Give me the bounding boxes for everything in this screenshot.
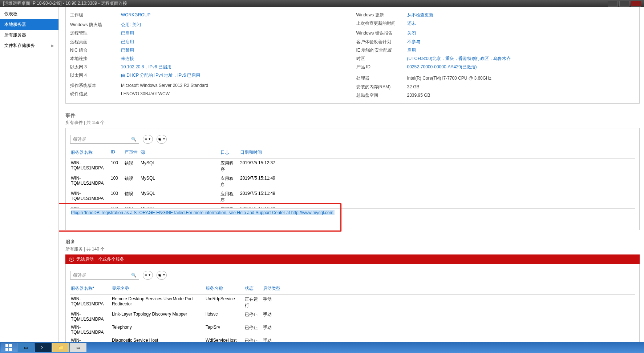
col-server-name[interactable]: 服务器名称 bbox=[70, 148, 110, 157]
table-cell: 100 bbox=[110, 159, 124, 174]
sidebar-item-local-server[interactable]: 本地服务器 bbox=[0, 19, 58, 30]
property-value: 2339.95 GB bbox=[407, 92, 430, 99]
property-value[interactable]: 10.102.20.8，IPv6 已启用 bbox=[121, 64, 171, 71]
events-subtitle: 所有事件 | 共 156 个 bbox=[65, 120, 640, 128]
table-cell: 正在运行 bbox=[244, 295, 262, 310]
property-label: 本地连接 bbox=[70, 55, 121, 62]
table-cell: WIN-TQMU1S1MDPA bbox=[70, 174, 110, 189]
col-server-name[interactable]: 服务器名称▴ bbox=[70, 284, 111, 293]
maximize-button[interactable] bbox=[619, 1, 629, 7]
property-value[interactable]: 启用 bbox=[407, 47, 416, 54]
property-label: 操作系统版本 bbox=[70, 82, 121, 89]
property-row: 远程管理已启用 bbox=[70, 29, 349, 37]
table-row[interactable]: WIN-TQMU1S1MDPA100错误MySQL应用程序2019/7/5 15… bbox=[70, 159, 635, 174]
services-table: 服务器名称▴ 显示名称 服务名称 状态 启动类型 WIN-TQMU1S1MDPA… bbox=[70, 282, 635, 342]
property-label: 工作组 bbox=[70, 12, 121, 19]
col-status[interactable]: 状态 bbox=[244, 284, 262, 293]
sidebar-item-dashboard[interactable]: 仪表板 bbox=[0, 9, 58, 19]
services-view-options-button[interactable]: ≡▼ bbox=[143, 271, 153, 280]
property-value[interactable]: 公用: 关闭 bbox=[121, 21, 141, 28]
property-label: 安装的内存(RAM) bbox=[356, 84, 407, 91]
property-value[interactable]: 从不检查更新 bbox=[407, 12, 433, 19]
table-cell: 2019/7/5 15:11:49 bbox=[239, 205, 290, 208]
property-label: 客户体验改善计划 bbox=[356, 39, 407, 45]
property-label: Windows 防火墙 bbox=[70, 21, 121, 28]
services-query-button[interactable]: ◉▼ bbox=[157, 271, 167, 280]
sidebar-item-label: 仪表板 bbox=[4, 11, 17, 17]
table-row[interactable]: WIN-TQMU1S1MDPA100错误MySQL应用程序2019/7/5 15… bbox=[70, 174, 635, 189]
services-table-body: WIN-TQMU1S1MDPARemote Desktop Services U… bbox=[70, 295, 635, 342]
table-cell: Telephony bbox=[111, 323, 205, 336]
services-filter-box[interactable]: 🔍 bbox=[70, 271, 139, 280]
table-cell: WIN-TQMU1S1MDPA bbox=[70, 310, 111, 323]
table-row[interactable]: WIN-TQMU1S1MDPALink-Layer Topology Disco… bbox=[70, 310, 635, 323]
col-display-name[interactable]: 显示名称 bbox=[111, 284, 205, 293]
property-value[interactable]: 已启用 bbox=[121, 30, 134, 37]
table-row[interactable]: WIN-TQMU1S1MDPARemote Desktop Services U… bbox=[70, 295, 635, 310]
property-value[interactable]: 关闭 bbox=[407, 30, 416, 37]
services-table-header[interactable]: 服务器名称▴ 显示名称 服务名称 状态 启动类型 bbox=[70, 282, 635, 295]
table-cell: MySQL bbox=[140, 189, 220, 205]
table-cell: WdiServiceHost bbox=[205, 336, 244, 342]
table-row[interactable]: WIN-TQMU1S1MDPADiagnostic Service HostWd… bbox=[70, 336, 635, 342]
col-datetime[interactable]: 日期和时间 bbox=[239, 148, 290, 157]
property-value[interactable]: WORKGROUP bbox=[121, 12, 150, 19]
col-id[interactable]: ID bbox=[110, 148, 124, 157]
col-source[interactable]: 源 bbox=[140, 148, 220, 157]
search-icon[interactable]: 🔍 bbox=[131, 137, 137, 142]
events-query-button[interactable]: ◉▼ bbox=[157, 135, 167, 144]
sidebar-item-label: 本地服务器 bbox=[4, 21, 26, 28]
col-startup-type[interactable]: 启动类型 bbox=[262, 284, 288, 293]
property-row: IE 增强的安全配置启用 bbox=[356, 46, 635, 55]
property-value[interactable]: 不参与 bbox=[407, 39, 420, 45]
event-detail-row: Plugin 'InnoDB' registration as a STORAG… bbox=[70, 208, 635, 226]
events-table-header[interactable]: 服务器名称 ID 严重性 源 日志 日期和时间 bbox=[70, 147, 635, 159]
property-row: Windows 错误报告关闭 bbox=[356, 29, 635, 37]
table-cell: 应用程序 bbox=[220, 205, 239, 208]
table-row[interactable]: WIN-TQMU1S1MDPATelephonyTapiSrv已停止手动 bbox=[70, 323, 635, 336]
error-icon: ✕ bbox=[69, 257, 74, 262]
property-value[interactable]: 已禁用 bbox=[121, 47, 134, 54]
services-error-banner[interactable]: ✕ 无法启动一个或多个服务 bbox=[65, 254, 640, 264]
table-row[interactable]: WIN-TQMU1S1MDPA100错误MySQL应用程序2019/7/5 15… bbox=[70, 189, 635, 205]
property-label: Windows 错误报告 bbox=[356, 30, 407, 37]
property-value[interactable]: 还未 bbox=[407, 20, 416, 27]
property-value[interactable]: 未连接 bbox=[121, 55, 134, 62]
property-row: 总磁盘空间2339.95 GB bbox=[356, 91, 635, 100]
table-cell: 2019/7/5 15:12:37 bbox=[239, 159, 290, 174]
property-value[interactable]: (UTC+08:00)北京，重庆，香港特别行政区，乌鲁木齐 bbox=[407, 55, 511, 62]
col-severity[interactable]: 严重性 bbox=[124, 148, 140, 157]
sidebar-item-file-storage[interactable]: 文件和存储服务▶ bbox=[0, 40, 58, 51]
property-row: 处理器Intel(R) Core(TM) i7-7700 CPU @ 3.60G… bbox=[356, 74, 635, 83]
property-value[interactable]: 由 DHCP 分配的 IPv4 地址，IPv6 已启用 bbox=[121, 72, 200, 79]
services-filter-input[interactable] bbox=[73, 273, 131, 278]
services-header: 服务 所有服务 | 共 140 个 bbox=[65, 237, 640, 254]
chevron-down-icon: ▼ bbox=[147, 137, 151, 141]
sidebar-item-all-servers[interactable]: 所有服务器 bbox=[0, 30, 58, 40]
search-icon[interactable]: 🔍 bbox=[131, 273, 137, 278]
property-value[interactable]: 已启用 bbox=[121, 39, 134, 45]
table-cell: 应用程序 bbox=[220, 174, 239, 189]
minimize-button[interactable] bbox=[608, 1, 618, 7]
property-row: 本地连接未连接 bbox=[70, 55, 349, 63]
property-label: IE 增强的安全配置 bbox=[356, 47, 407, 54]
table-cell: 错误 bbox=[124, 174, 140, 189]
property-value[interactable]: 00252-70000-00000-AA429(已激活) bbox=[407, 64, 477, 71]
col-service-name[interactable]: 服务名称 bbox=[205, 284, 244, 293]
table-cell: 手动 bbox=[262, 295, 288, 310]
property-row: 硬件信息LENOVO 30BJA0TWCW bbox=[70, 90, 349, 98]
events-view-options-button[interactable]: ≡▼ bbox=[143, 135, 153, 144]
events-filter-input[interactable] bbox=[73, 137, 131, 142]
table-row[interactable]: WIN-TQMU1S1MDPA100错误MySQL应用程序2019/7/5 15… bbox=[70, 205, 635, 208]
table-cell: 已停止 bbox=[244, 310, 262, 323]
col-log[interactable]: 日志 bbox=[220, 148, 239, 157]
property-value: LENOVO 30BJA0TWCW bbox=[121, 91, 170, 97]
close-button[interactable] bbox=[631, 1, 641, 7]
event-detail-message[interactable]: Plugin 'InnoDB' registration as a STORAG… bbox=[71, 210, 335, 215]
property-label: 以太网 3 bbox=[70, 64, 121, 71]
window-title: [运维远程桌面 IP 10-90-8-249] - 10.90.2.10:338… bbox=[3, 0, 127, 7]
sidebar: 仪表板 本地服务器 所有服务器 文件和存储服务▶ bbox=[0, 7, 59, 342]
chevron-down-icon: ▼ bbox=[162, 273, 166, 277]
table-cell: UmRdpService bbox=[205, 295, 244, 310]
events-filter-box[interactable]: 🔍 bbox=[70, 135, 139, 144]
